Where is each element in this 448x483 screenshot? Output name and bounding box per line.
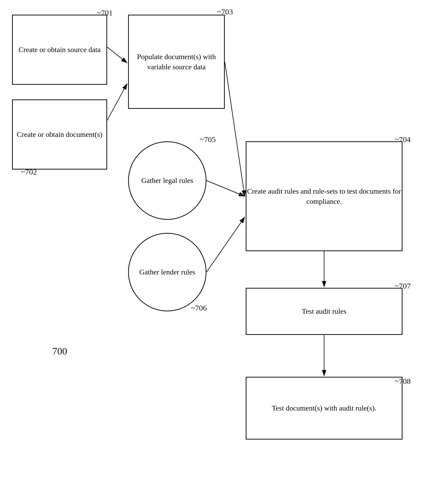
label-700: 700 [52, 345, 67, 357]
circle-705: Gather legal rules [128, 141, 206, 220]
label-704: ~704 [395, 135, 411, 144]
box-701: Create or obtain source data [12, 15, 107, 85]
label-707: ~707 [395, 282, 411, 290]
box-702: Create or obtain document(s) [12, 99, 107, 170]
circle-706: Gather lender rules [128, 233, 206, 311]
label-703: ~703 [217, 7, 233, 16]
label-702: ~702 [21, 167, 37, 176]
box-707: Test audit rules [246, 288, 403, 335]
box-704: Create audit rules and rule-sets to test… [246, 141, 403, 251]
label-705: ~705 [200, 135, 216, 144]
label-701: ~701 [97, 8, 113, 17]
label-708: ~708 [395, 377, 411, 386]
label-706: ~706 [191, 304, 207, 312]
box-708: Test document(s) with audit rule(s). [246, 377, 403, 440]
diagram: Create or obtain source data Create or o… [0, 0, 448, 483]
box-703: Populate document(s) with variable sourc… [128, 15, 225, 109]
